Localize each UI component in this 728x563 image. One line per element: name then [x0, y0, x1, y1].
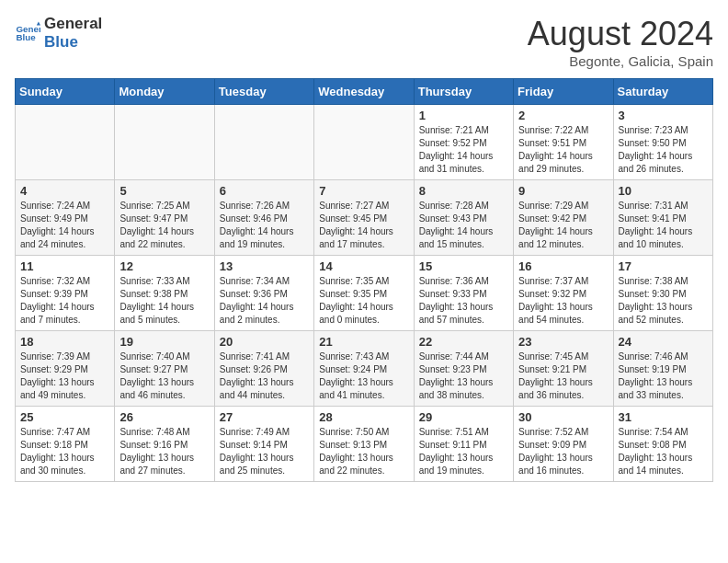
day-number: 4: [20, 184, 109, 198]
day-cell: [16, 105, 115, 180]
day-number: 6: [220, 184, 309, 198]
day-number: 13: [220, 259, 309, 273]
day-info: Sunrise: 7:37 AM Sunset: 9:32 PM Dayligh…: [518, 275, 608, 327]
day-cell: 22Sunrise: 7:44 AM Sunset: 9:23 PM Dayli…: [414, 331, 513, 407]
day-number: 31: [619, 410, 708, 424]
day-cell: [314, 105, 414, 180]
day-number: 8: [419, 184, 508, 198]
day-cell: 7Sunrise: 7:27 AM Sunset: 9:45 PM Daylig…: [314, 180, 414, 256]
day-cell: 16Sunrise: 7:37 AM Sunset: 9:32 PM Dayli…: [514, 256, 613, 331]
day-info: Sunrise: 7:31 AM Sunset: 9:41 PM Dayligh…: [619, 200, 708, 251]
day-number: 10: [619, 184, 708, 198]
day-cell: 9Sunrise: 7:29 AM Sunset: 9:42 PM Daylig…: [514, 180, 613, 256]
day-cell: 8Sunrise: 7:28 AM Sunset: 9:43 PM Daylig…: [414, 180, 513, 256]
day-number: 17: [619, 259, 708, 273]
day-cell: 1Sunrise: 7:21 AM Sunset: 9:52 PM Daylig…: [414, 105, 513, 180]
day-cell: 19Sunrise: 7:40 AM Sunset: 9:27 PM Dayli…: [115, 331, 214, 407]
day-info: Sunrise: 7:41 AM Sunset: 9:26 PM Dayligh…: [220, 350, 309, 402]
day-info: Sunrise: 7:54 AM Sunset: 9:08 PM Dayligh…: [619, 426, 708, 477]
day-number: 5: [119, 184, 209, 198]
day-number: 24: [619, 335, 708, 349]
day-cell: 3Sunrise: 7:23 AM Sunset: 9:50 PM Daylig…: [613, 105, 712, 180]
day-cell: 14Sunrise: 7:35 AM Sunset: 9:35 PM Dayli…: [314, 256, 414, 331]
day-number: 22: [419, 335, 508, 349]
day-info: Sunrise: 7:29 AM Sunset: 9:42 PM Dayligh…: [518, 200, 608, 251]
day-cell: 5Sunrise: 7:25 AM Sunset: 9:47 PM Daylig…: [115, 180, 214, 256]
day-number: 25: [20, 410, 109, 424]
calendar-table: SundayMondayTuesdayWednesdayThursdayFrid…: [15, 78, 713, 482]
col-header-saturday: Saturday: [613, 79, 712, 105]
day-number: 12: [119, 259, 209, 273]
col-header-thursday: Thursday: [414, 79, 513, 105]
day-info: Sunrise: 7:24 AM Sunset: 9:49 PM Dayligh…: [20, 200, 109, 251]
day-info: Sunrise: 7:43 AM Sunset: 9:24 PM Dayligh…: [319, 350, 408, 402]
day-info: Sunrise: 7:50 AM Sunset: 9:13 PM Dayligh…: [319, 426, 408, 477]
week-row-4: 18Sunrise: 7:39 AM Sunset: 9:29 PM Dayli…: [16, 331, 713, 407]
day-number: 20: [220, 335, 309, 349]
day-cell: 11Sunrise: 7:32 AM Sunset: 9:39 PM Dayli…: [16, 256, 115, 331]
day-number: 1: [419, 109, 508, 122]
day-number: 26: [119, 410, 209, 424]
logo: General Blue General Blue: [15, 15, 102, 52]
day-info: Sunrise: 7:39 AM Sunset: 9:29 PM Dayligh…: [20, 350, 109, 402]
day-cell: 31Sunrise: 7:54 AM Sunset: 9:08 PM Dayli…: [613, 407, 712, 482]
day-cell: 23Sunrise: 7:45 AM Sunset: 9:21 PM Dayli…: [514, 331, 613, 407]
week-row-5: 25Sunrise: 7:47 AM Sunset: 9:18 PM Dayli…: [16, 407, 713, 482]
day-cell: 25Sunrise: 7:47 AM Sunset: 9:18 PM Dayli…: [16, 407, 115, 482]
day-cell: 17Sunrise: 7:38 AM Sunset: 9:30 PM Dayli…: [613, 256, 712, 331]
day-cell: 12Sunrise: 7:33 AM Sunset: 9:38 PM Dayli…: [115, 256, 214, 331]
month-year: August 2024: [528, 15, 713, 53]
week-row-2: 4Sunrise: 7:24 AM Sunset: 9:49 PM Daylig…: [16, 180, 713, 256]
col-header-wednesday: Wednesday: [314, 79, 414, 105]
week-row-1: 1Sunrise: 7:21 AM Sunset: 9:52 PM Daylig…: [16, 105, 713, 180]
col-header-monday: Monday: [115, 79, 214, 105]
day-number: 30: [518, 410, 608, 424]
day-info: Sunrise: 7:35 AM Sunset: 9:35 PM Dayligh…: [319, 275, 408, 327]
day-info: Sunrise: 7:40 AM Sunset: 9:27 PM Dayligh…: [119, 350, 209, 402]
day-info: Sunrise: 7:26 AM Sunset: 9:46 PM Dayligh…: [220, 200, 309, 251]
day-number: 21: [319, 335, 408, 349]
day-number: 19: [119, 335, 209, 349]
day-info: Sunrise: 7:48 AM Sunset: 9:16 PM Dayligh…: [119, 426, 209, 477]
day-cell: 10Sunrise: 7:31 AM Sunset: 9:41 PM Dayli…: [613, 180, 712, 256]
day-number: 9: [518, 184, 608, 198]
logo-icon: General Blue: [15, 20, 40, 46]
day-cell: 24Sunrise: 7:46 AM Sunset: 9:19 PM Dayli…: [613, 331, 712, 407]
col-header-friday: Friday: [514, 79, 613, 105]
day-cell: [214, 105, 313, 180]
day-cell: [115, 105, 214, 180]
day-info: Sunrise: 7:25 AM Sunset: 9:47 PM Dayligh…: [119, 200, 209, 251]
logo-line2: Blue: [44, 33, 102, 52]
day-cell: 6Sunrise: 7:26 AM Sunset: 9:46 PM Daylig…: [214, 180, 313, 256]
day-number: 27: [220, 410, 309, 424]
day-number: 3: [619, 109, 708, 122]
header-row: SundayMondayTuesdayWednesdayThursdayFrid…: [16, 79, 713, 105]
day-info: Sunrise: 7:36 AM Sunset: 9:33 PM Dayligh…: [419, 275, 508, 327]
day-info: Sunrise: 7:34 AM Sunset: 9:36 PM Dayligh…: [220, 275, 309, 327]
day-cell: 15Sunrise: 7:36 AM Sunset: 9:33 PM Dayli…: [414, 256, 513, 331]
day-info: Sunrise: 7:32 AM Sunset: 9:39 PM Dayligh…: [20, 275, 109, 327]
day-cell: 20Sunrise: 7:41 AM Sunset: 9:26 PM Dayli…: [214, 331, 313, 407]
day-info: Sunrise: 7:23 AM Sunset: 9:50 PM Dayligh…: [619, 124, 708, 176]
day-info: Sunrise: 7:27 AM Sunset: 9:45 PM Dayligh…: [319, 200, 408, 251]
day-number: 18: [20, 335, 109, 349]
svg-text:Blue: Blue: [16, 33, 36, 43]
day-info: Sunrise: 7:44 AM Sunset: 9:23 PM Dayligh…: [419, 350, 508, 402]
day-cell: 27Sunrise: 7:49 AM Sunset: 9:14 PM Dayli…: [214, 407, 313, 482]
day-cell: 13Sunrise: 7:34 AM Sunset: 9:36 PM Dayli…: [214, 256, 313, 331]
day-cell: 29Sunrise: 7:51 AM Sunset: 9:11 PM Dayli…: [414, 407, 513, 482]
week-row-3: 11Sunrise: 7:32 AM Sunset: 9:39 PM Dayli…: [16, 256, 713, 331]
day-info: Sunrise: 7:51 AM Sunset: 9:11 PM Dayligh…: [419, 426, 508, 477]
logo-line1: General: [44, 15, 102, 33]
day-info: Sunrise: 7:28 AM Sunset: 9:43 PM Dayligh…: [419, 200, 508, 251]
day-number: 14: [319, 259, 408, 273]
day-number: 28: [319, 410, 408, 424]
day-cell: 28Sunrise: 7:50 AM Sunset: 9:13 PM Dayli…: [314, 407, 414, 482]
title-block: August 2024 Begonte, Galicia, Spain: [528, 15, 713, 69]
day-cell: 18Sunrise: 7:39 AM Sunset: 9:29 PM Dayli…: [16, 331, 115, 407]
day-cell: 2Sunrise: 7:22 AM Sunset: 9:51 PM Daylig…: [514, 105, 613, 180]
day-info: Sunrise: 7:52 AM Sunset: 9:09 PM Dayligh…: [518, 426, 608, 477]
page-header: General Blue General Blue August 2024 Be…: [15, 15, 713, 69]
day-cell: 4Sunrise: 7:24 AM Sunset: 9:49 PM Daylig…: [16, 180, 115, 256]
day-info: Sunrise: 7:21 AM Sunset: 9:52 PM Dayligh…: [419, 124, 508, 176]
